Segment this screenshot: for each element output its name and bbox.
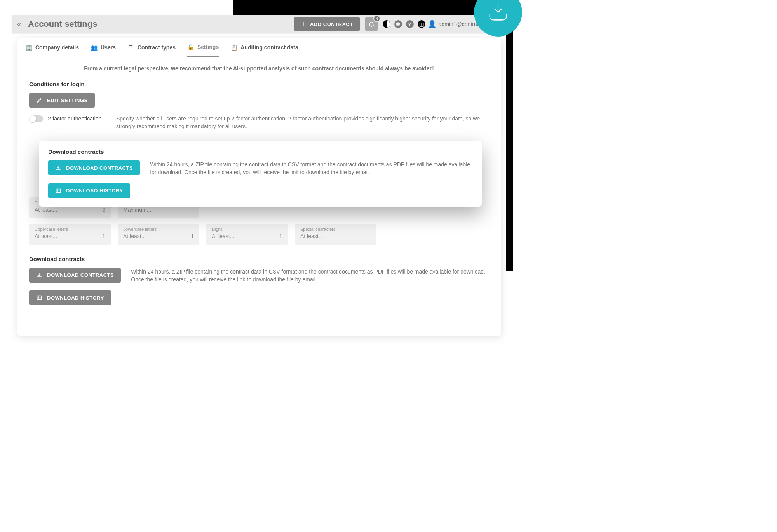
page-title: Account settings [28, 19, 294, 29]
download-contracts-highlight-panel: Download contracts DOWNLOAD CONTRACTS Wi… [39, 141, 482, 207]
download-contracts-button[interactable]: DOWNLOAD CONTRACTS [29, 268, 121, 283]
add-contract-button[interactable]: ADD CONTRACT [294, 17, 360, 31]
tab-settings[interactable]: 🔒Settings [187, 44, 219, 57]
highlight-heading: Download contracts [48, 148, 472, 155]
building-icon: 🏢 [25, 44, 32, 51]
type-icon: T [127, 44, 134, 51]
tab-contract-types[interactable]: TContract types [127, 44, 176, 57]
twofa-description: Specify whether all users are required t… [116, 115, 490, 131]
tabs: 🏢Company details 👥Users TContract types … [17, 38, 501, 57]
contrast-icon[interactable] [383, 20, 390, 28]
notification-badge: 6 [373, 15, 380, 22]
help-icon[interactable]: ? [406, 20, 414, 28]
tab-users[interactable]: 👥Users [91, 44, 116, 57]
svg-rect-0 [37, 296, 42, 300]
twofa-label: 2-factor authentication [48, 115, 102, 122]
highlight-description: Within 24 hours, a ZIP file containing t… [150, 160, 472, 176]
add-contract-label: ADD CONTRACT [310, 21, 353, 27]
browser-chrome-top [233, 0, 513, 15]
rule-special: Special characters At least... [295, 224, 376, 245]
download-history-button[interactable]: DOWNLOAD HISTORY [29, 290, 111, 305]
svg-rect-1 [56, 189, 61, 192]
login-conditions-heading: Conditions for login [29, 81, 490, 87]
tab-company-details[interactable]: 🏢Company details [25, 44, 79, 57]
download-history-button-highlight[interactable]: DOWNLOAD HISTORY [48, 183, 130, 198]
notifications-button[interactable]: 6 [365, 17, 378, 31]
docs-icon[interactable]: ◫ [418, 20, 425, 28]
download-contracts-description: Within 24 hours, a ZIP file containing t… [131, 268, 490, 284]
rule-uppercase: Uppercase letters At least...1 [29, 224, 111, 245]
password-rules-row2: Uppercase letters At least...1 Lowercase… [29, 224, 490, 245]
twofa-toggle[interactable] [29, 115, 43, 122]
ai-recommendation-note: From a current legal perspective, we rec… [29, 65, 490, 72]
users-icon: 👥 [91, 44, 98, 51]
lock-icon: 🔒 [187, 44, 194, 51]
download-contracts-button-highlight[interactable]: DOWNLOAD CONTRACTS [48, 160, 140, 175]
download-contracts-heading: Download contracts [29, 256, 490, 262]
collapse-icon[interactable]: « [17, 20, 21, 28]
rule-lowercase: Lowercase letters At least...1 [118, 224, 199, 245]
app-bar: « Account settings ADD CONTRACT 6 ✲ ? ◫ … [12, 15, 501, 33]
browser-chrome-right [506, 15, 513, 271]
language-icon[interactable]: ✲ [394, 20, 402, 28]
avatar-icon[interactable]: 👤 [428, 20, 436, 28]
tab-auditing[interactable]: 📋Auditing contract data [230, 44, 298, 57]
toolbar-icons: ✲ ? ◫ [383, 20, 425, 28]
edit-settings-button[interactable]: EDIT SETTINGS [29, 93, 95, 108]
clipboard-icon: 📋 [230, 44, 237, 51]
rule-digits: Digits At least...1 [206, 224, 288, 245]
